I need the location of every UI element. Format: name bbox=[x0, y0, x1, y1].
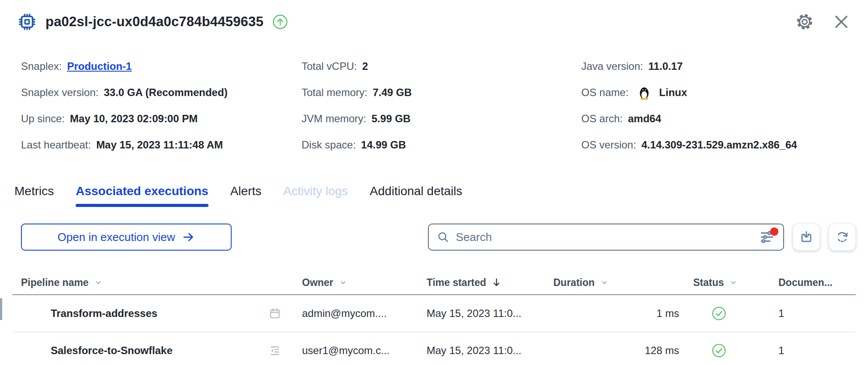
search-box bbox=[428, 224, 784, 251]
open-execution-view-label: Open in execution view bbox=[58, 231, 175, 244]
info-value: 33.0 GA (Recommended) bbox=[104, 86, 227, 99]
table-row[interactable]: Salesforce-to-Snowflake user1@mycom.c...… bbox=[12, 332, 856, 365]
success-status-icon bbox=[680, 306, 765, 321]
info-value: 5.99 GB bbox=[372, 113, 410, 125]
info-label: Total memory: bbox=[302, 86, 368, 99]
owner-cell: admin@mycom.... bbox=[302, 307, 427, 320]
table-row[interactable]: Transform-addresses admin@mycom.... May … bbox=[12, 295, 856, 332]
pipeline-name-cell[interactable]: Salesforce-to-Snowflake bbox=[12, 344, 268, 357]
success-status-icon bbox=[680, 343, 765, 358]
info-label: Snaplex version: bbox=[21, 86, 98, 99]
info-label: OS name: bbox=[581, 86, 628, 99]
duration-cell: 1 ms bbox=[553, 307, 680, 320]
active-filter-badge bbox=[770, 227, 778, 236]
info-label: Java version: bbox=[581, 60, 643, 72]
search-icon bbox=[437, 231, 450, 244]
duration-cell: 128 ms bbox=[553, 344, 680, 357]
documents-cell: 1 bbox=[765, 344, 856, 357]
table-header-row: Pipeline name Owner Time started Duratio… bbox=[12, 271, 856, 295]
info-last-heartbeat: Last heartbeat: May 15, 2023 11:11:48 AM bbox=[21, 132, 302, 158]
info-disk-space: Disk space: 14.99 GB bbox=[302, 132, 581, 158]
close-icon[interactable] bbox=[832, 13, 851, 31]
chevron-down-icon bbox=[339, 278, 347, 287]
node-title: pa02sl-jcc-ux0d4a0c784b4459635 bbox=[45, 14, 264, 30]
search-input[interactable] bbox=[456, 231, 759, 244]
info-value: 4.14.309-231.529.amzn2.x86_64 bbox=[641, 139, 797, 151]
node-cpu-icon bbox=[17, 12, 37, 31]
linux-penguin-icon bbox=[636, 85, 652, 100]
executions-table: Pipeline name Owner Time started Duratio… bbox=[12, 271, 856, 365]
tab-additional-details[interactable]: Additional details bbox=[370, 184, 462, 204]
column-header-pipeline-name[interactable]: Pipeline name bbox=[12, 277, 268, 289]
settings-gear-icon[interactable] bbox=[795, 13, 814, 31]
info-snaplex-version: Snaplex version: 33.0 GA (Recommended) bbox=[21, 79, 302, 106]
info-label: Up since: bbox=[21, 113, 65, 125]
info-value: May 15, 2023 11:11:48 AM bbox=[96, 139, 223, 151]
chevron-down-icon bbox=[729, 278, 738, 287]
info-label: OS version: bbox=[581, 139, 636, 151]
time-started-cell: May 15, 2023 11:0... bbox=[427, 307, 553, 320]
tab-metrics[interactable]: Metrics bbox=[14, 184, 54, 204]
detail-tabs: Metrics Associated executions Alerts Act… bbox=[14, 184, 868, 204]
column-header-status[interactable]: Status bbox=[680, 277, 765, 289]
info-jvm-memory: JVM memory: 5.99 GB bbox=[302, 106, 581, 132]
column-header-duration[interactable]: Duration bbox=[553, 277, 680, 289]
info-value: Linux bbox=[659, 86, 687, 99]
info-snaplex: Snaplex: Production-1 bbox=[21, 53, 302, 79]
sort-desc-arrow-icon bbox=[491, 277, 502, 288]
info-os-name: OS name: Linux bbox=[581, 79, 868, 106]
info-label: Snaplex: bbox=[21, 60, 62, 72]
tab-associated-executions[interactable]: Associated executions bbox=[76, 184, 208, 204]
info-os-arch: OS arch: amd64 bbox=[581, 106, 868, 132]
download-icon bbox=[799, 230, 814, 244]
info-label: OS arch: bbox=[581, 113, 623, 125]
pipeline-name-cell[interactable]: Transform-addresses bbox=[12, 307, 268, 320]
refresh-icon bbox=[835, 230, 850, 244]
column-header-owner[interactable]: Owner bbox=[302, 277, 427, 289]
download-button[interactable] bbox=[793, 224, 820, 251]
panel-header: pa02sl-jcc-ux0d4a0c784b4459635 bbox=[17, 12, 851, 31]
time-started-cell: May 15, 2023 11:0... bbox=[427, 344, 553, 357]
info-value: 14.99 GB bbox=[361, 139, 406, 151]
info-os-version: OS version: 4.14.309-231.529.amzn2.x86_6… bbox=[581, 132, 868, 158]
info-value: 7.49 GB bbox=[373, 86, 412, 99]
info-value: May 10, 2023 02:09:00 PM bbox=[70, 113, 198, 125]
info-label: Total vCPU: bbox=[302, 60, 357, 72]
info-value: 11.0.17 bbox=[648, 60, 683, 72]
node-up-status-icon bbox=[272, 14, 288, 30]
node-info-grid: Snaplex: Production-1 Snaplex version: 3… bbox=[21, 53, 868, 158]
chevron-down-icon bbox=[94, 278, 103, 287]
triggered-task-outdent-icon bbox=[268, 344, 302, 358]
owner-cell: user1@mycom.c... bbox=[302, 344, 427, 357]
refresh-button[interactable] bbox=[829, 224, 856, 251]
info-total-memory: Total memory: 7.49 GB bbox=[302, 79, 581, 106]
open-execution-view-button[interactable]: Open in execution view bbox=[21, 224, 232, 251]
scheduled-task-calendar-icon bbox=[268, 306, 302, 320]
info-label: Disk space: bbox=[302, 139, 356, 151]
info-java-version: Java version: 11.0.17 bbox=[581, 53, 868, 79]
column-header-time-started[interactable]: Time started bbox=[427, 277, 553, 289]
documents-cell: 1 bbox=[765, 307, 856, 320]
info-value: amd64 bbox=[628, 113, 661, 125]
filter-sliders-icon[interactable] bbox=[759, 229, 775, 245]
info-label: JVM memory: bbox=[302, 113, 366, 125]
info-up-since: Up since: May 10, 2023 02:09:00 PM bbox=[21, 106, 302, 132]
vertical-scrollbar-thumb[interactable] bbox=[0, 298, 2, 320]
tab-activity-logs[interactable]: Activity logs bbox=[283, 184, 348, 204]
snaplex-link[interactable]: Production-1 bbox=[67, 60, 132, 72]
executions-toolbar: Open in execution view bbox=[21, 224, 856, 251]
tab-alerts[interactable]: Alerts bbox=[230, 184, 262, 204]
chevron-down-icon bbox=[600, 278, 609, 287]
column-header-documents[interactable]: Documen... bbox=[765, 277, 856, 289]
info-total-vcpu: Total vCPU: 2 bbox=[302, 53, 581, 79]
info-label: Last heartbeat: bbox=[21, 139, 91, 151]
info-value: 2 bbox=[362, 60, 368, 72]
arrow-right-icon bbox=[182, 231, 195, 244]
